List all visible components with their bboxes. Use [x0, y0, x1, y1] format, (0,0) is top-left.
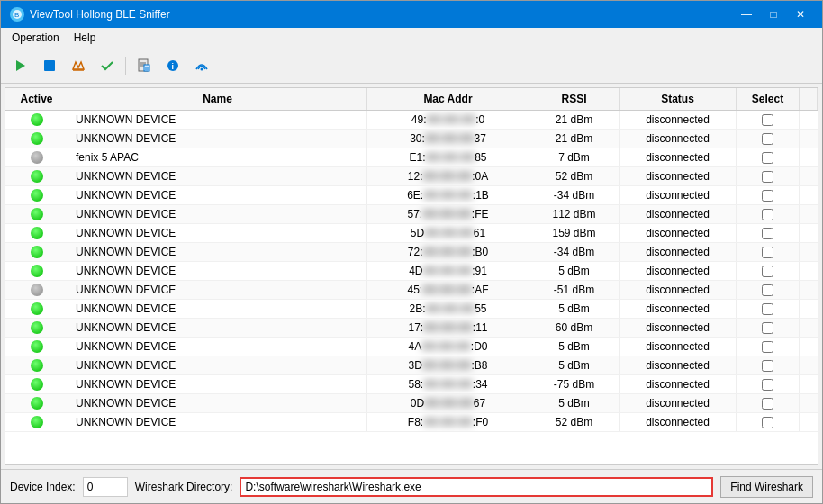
name-cell: UNKNOWN DEVICE	[68, 300, 367, 318]
select-checkbox[interactable]	[762, 379, 773, 391]
window-title: ViewTool Hollong BLE Sniffer	[30, 8, 170, 21]
select-checkbox[interactable]	[762, 322, 773, 334]
table-row: UNKNOWN DEVICE58:XX:XX:XX:34-75 dBmdisco…	[5, 375, 818, 394]
select-cell[interactable]	[737, 413, 800, 431]
rssi-cell: -34 dBm	[529, 243, 620, 261]
active-indicator	[31, 359, 43, 372]
select-checkbox[interactable]	[762, 171, 773, 183]
close-button[interactable]: ✕	[788, 5, 813, 23]
title-bar-left: B ViewTool Hollong BLE Sniffer	[10, 7, 170, 22]
mac-cell: 30:XX:XX:XX37	[367, 130, 529, 148]
mac-cell: E1:XX:XX:XX85	[367, 148, 529, 166]
table-row: UNKNOWN DEVICE3DXX:XX:XX:B85 dBmdisconne…	[5, 356, 818, 375]
select-cell[interactable]	[737, 300, 800, 318]
active-cell	[5, 319, 68, 337]
status-cell: disconnected	[620, 243, 737, 261]
clear-button[interactable]	[66, 53, 91, 78]
status-cell: disconnected	[620, 262, 737, 280]
active-cell	[5, 186, 68, 204]
header-scroll-placeholder	[800, 88, 818, 110]
select-cell[interactable]	[737, 375, 800, 393]
status-cell: disconnected	[620, 338, 737, 356]
select-cell[interactable]	[737, 338, 800, 356]
wireshark-path-input[interactable]	[240, 477, 713, 497]
name-cell: UNKNOWN DEVICE	[68, 224, 367, 242]
header-status: Status	[620, 88, 737, 110]
rssi-cell: -34 dBm	[529, 186, 620, 204]
menu-operation[interactable]: Operation	[6, 30, 65, 46]
select-checkbox[interactable]	[762, 341, 773, 353]
active-cell	[5, 281, 68, 299]
active-cell	[5, 413, 68, 431]
name-cell: UNKNOWN DEVICE	[68, 243, 367, 261]
select-checkbox[interactable]	[762, 360, 773, 372]
table-row: UNKNOWN DEVICEF8:XX:XX:XX:F052 dBmdiscon…	[5, 413, 818, 432]
select-cell[interactable]	[737, 167, 800, 185]
select-cell[interactable]	[737, 148, 800, 166]
menu-help[interactable]: Help	[68, 30, 102, 46]
table-row: UNKNOWN DEVICE30:XX:XX:XX3721 dBmdisconn…	[5, 130, 818, 148]
select-checkbox[interactable]	[762, 190, 773, 202]
active-cell	[5, 111, 68, 129]
find-wireshark-button[interactable]: Find Wireshark	[720, 476, 813, 498]
header-active: Active	[5, 88, 68, 110]
select-cell[interactable]	[737, 186, 800, 204]
active-indicator	[31, 246, 43, 258]
status-cell: disconnected	[620, 319, 737, 337]
status-cell: disconnected	[620, 148, 737, 166]
maximize-button[interactable]: □	[761, 5, 786, 23]
select-checkbox[interactable]	[762, 398, 773, 410]
table-body[interactable]: UNKNOWN DEVICE49:XX:XX:XX:021 dBmdisconn…	[5, 111, 818, 464]
table-row: UNKNOWN DEVICE5DXX:XX:XX61159 dBmdisconn…	[5, 224, 818, 243]
select-cell[interactable]	[737, 224, 800, 242]
select-checkbox[interactable]	[762, 284, 773, 296]
select-cell[interactable]	[737, 356, 800, 374]
select-cell[interactable]	[737, 205, 800, 223]
report-button[interactable]	[131, 53, 157, 78]
rssi-cell: 21 dBm	[529, 130, 620, 148]
select-checkbox[interactable]	[762, 133, 773, 145]
select-checkbox[interactable]	[762, 417, 773, 428]
check-button[interactable]	[95, 53, 120, 78]
mac-cell: 72:XX:XX:XX:B0	[367, 243, 529, 261]
rssi-cell: 52 dBm	[529, 167, 620, 185]
rssi-cell: 5 dBm	[529, 262, 620, 280]
minimize-button[interactable]: —	[734, 5, 759, 23]
select-checkbox[interactable]	[762, 303, 773, 315]
rssi-cell: 159 dBm	[529, 224, 620, 242]
active-cell	[5, 338, 68, 356]
select-checkbox[interactable]	[762, 266, 773, 277]
svg-text:i: i	[172, 62, 175, 71]
select-cell[interactable]	[737, 281, 800, 299]
app-icon: B	[10, 7, 24, 22]
active-indicator	[31, 170, 43, 183]
signal-button[interactable]	[189, 53, 214, 78]
mac-cell: 2B:XX:XX:XX55	[367, 300, 529, 318]
select-cell[interactable]	[737, 262, 800, 280]
info-button[interactable]: i	[160, 53, 185, 78]
device-index-input[interactable]	[83, 477, 128, 497]
select-checkbox[interactable]	[762, 114, 773, 126]
select-cell[interactable]	[737, 130, 800, 148]
active-cell	[5, 130, 68, 148]
svg-marker-2	[16, 60, 25, 71]
select-cell[interactable]	[737, 243, 800, 261]
status-cell: disconnected	[620, 375, 737, 393]
title-bar-controls: — □ ✕	[734, 5, 813, 23]
active-cell	[5, 394, 68, 412]
select-checkbox[interactable]	[762, 228, 773, 239]
stop-button[interactable]	[37, 53, 62, 78]
select-checkbox[interactable]	[762, 152, 773, 164]
select-checkbox[interactable]	[762, 247, 773, 258]
select-checkbox[interactable]	[762, 209, 773, 220]
mac-cell: 45:XX:XX:XX:AF	[367, 281, 529, 299]
play-button[interactable]	[8, 53, 33, 78]
select-cell[interactable]	[737, 394, 800, 412]
select-cell[interactable]	[737, 319, 800, 337]
active-indicator	[31, 321, 43, 334]
select-cell[interactable]	[737, 111, 800, 129]
name-cell: UNKNOWN DEVICE	[68, 262, 367, 280]
status-cell: disconnected	[620, 300, 737, 318]
mac-cell: 4AXX:XX:XX:D0	[367, 338, 529, 356]
rssi-cell: 5 dBm	[529, 356, 620, 374]
